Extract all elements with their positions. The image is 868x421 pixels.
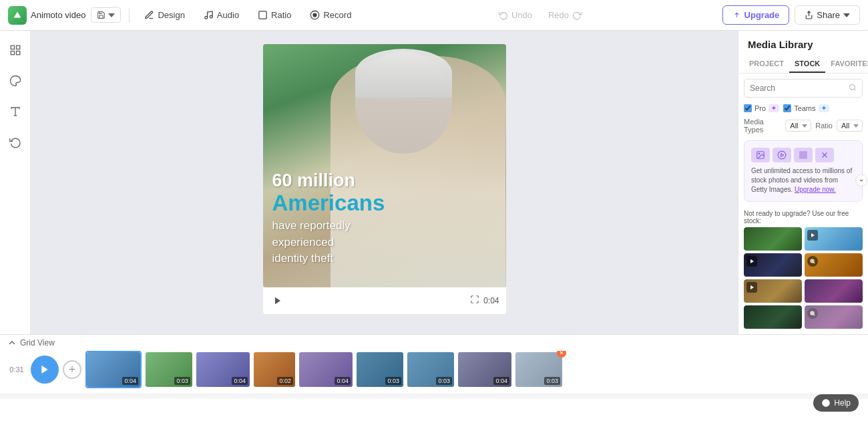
help-label: Help bbox=[834, 398, 851, 408]
stock-item-4[interactable] bbox=[805, 253, 863, 277]
timeline-content: 0:31 + 0:04 0:03 0:04 0:02 0:04 bbox=[0, 351, 868, 394]
stock-zoom-icon-8 bbox=[807, 308, 818, 319]
stock-item-2[interactable] bbox=[805, 227, 863, 251]
svg-point-14 bbox=[850, 85, 855, 90]
undo-button[interactable]: Undo bbox=[492, 7, 539, 23]
media-type-select[interactable]: All bbox=[785, 120, 811, 132]
upgrade-icon-2 bbox=[773, 148, 791, 162]
logo[interactable]: Animoto video bbox=[8, 6, 85, 25]
stock-play-icon-5 bbox=[746, 282, 757, 293]
clip-7[interactable]: 0:03 bbox=[407, 352, 454, 387]
redo-label: Redo bbox=[548, 10, 569, 20]
timeline-scrollbar[interactable] bbox=[0, 394, 868, 399]
pro-checkbox[interactable] bbox=[744, 104, 752, 112]
clip-8-duration: 0:04 bbox=[493, 377, 509, 385]
rotate-tool-button[interactable] bbox=[4, 131, 27, 154]
pro-filter[interactable]: Pro ✦ bbox=[744, 104, 779, 112]
stock-item-5[interactable] bbox=[744, 279, 802, 303]
audio-button[interactable]: Audio bbox=[197, 7, 246, 23]
collapse-arrow-button[interactable] bbox=[855, 174, 867, 186]
ratio-label: Ratio bbox=[271, 10, 291, 20]
stock-thumb-6 bbox=[805, 279, 863, 303]
svg-marker-23 bbox=[811, 233, 815, 237]
main-content: 60 million Americans have reportedlyexpe… bbox=[0, 31, 868, 334]
video-frame: 60 million Americans have reportedlyexpe… bbox=[263, 44, 506, 287]
grid-view-label[interactable]: Grid View bbox=[20, 338, 55, 347]
record-button[interactable]: Record bbox=[303, 7, 358, 23]
stock-item-3[interactable] bbox=[744, 253, 802, 277]
stock-item-1[interactable] bbox=[744, 227, 802, 251]
clip-5-duration: 0:04 bbox=[335, 377, 351, 385]
topbar: Animoto video Design Audio Ratio Record … bbox=[0, 0, 868, 31]
clip-9-delete-badge[interactable]: × bbox=[557, 351, 566, 358]
topbar-center: Undo Redo bbox=[363, 7, 716, 23]
stock-zoom-icon-4 bbox=[807, 256, 818, 267]
stock-thumb-1 bbox=[744, 227, 802, 251]
stock-item-6[interactable] bbox=[805, 279, 863, 303]
stock-grid bbox=[738, 227, 868, 334]
svg-line-31 bbox=[814, 315, 815, 316]
search-input[interactable] bbox=[750, 84, 849, 93]
svg-marker-13 bbox=[274, 297, 280, 305]
help-button[interactable]: Help bbox=[813, 394, 859, 412]
svg-rect-2 bbox=[259, 11, 266, 19]
svg-line-15 bbox=[854, 89, 855, 90]
clip-7-duration: 0:03 bbox=[436, 377, 452, 385]
clip-4[interactable]: 0:02 bbox=[254, 352, 295, 387]
stock-play-icon-2 bbox=[807, 230, 818, 241]
text-tool-button[interactable] bbox=[4, 100, 27, 123]
save-button[interactable] bbox=[91, 7, 121, 23]
clip-3[interactable]: 0:04 bbox=[196, 352, 250, 387]
record-label: Record bbox=[323, 10, 351, 20]
upgrade-icon-3 bbox=[794, 148, 813, 162]
topbar-right: Upgrade Share bbox=[722, 5, 860, 25]
clip-4-duration: 0:02 bbox=[277, 377, 293, 385]
ratio-button[interactable]: Ratio bbox=[251, 7, 298, 23]
type-ratio-filters: Media Types All Ratio All bbox=[738, 115, 868, 136]
upgrade-button[interactable]: Upgrade bbox=[722, 5, 790, 25]
stock-thumb-7 bbox=[744, 305, 802, 329]
upgrade-icon-1 bbox=[751, 148, 770, 162]
stock-thumb-3 bbox=[744, 253, 802, 277]
stock-item-8[interactable] bbox=[805, 305, 863, 329]
clip-1[interactable]: 0:04 bbox=[85, 351, 142, 388]
upgrade-card: Get unlimited access to millions of stoc… bbox=[744, 140, 863, 202]
clip-6[interactable]: 0:03 bbox=[357, 352, 403, 387]
design-button[interactable]: Design bbox=[138, 7, 191, 23]
tab-favorites[interactable]: FAVORITES bbox=[825, 55, 868, 73]
video-text-line2: Americans bbox=[272, 191, 497, 215]
teams-label: Teams bbox=[794, 104, 815, 112]
svg-marker-19 bbox=[781, 154, 784, 157]
time-display: 0:04 bbox=[483, 296, 499, 305]
add-clip-button[interactable]: + bbox=[63, 360, 81, 379]
teams-checkbox[interactable] bbox=[783, 104, 791, 112]
clip-5[interactable]: 0:04 bbox=[299, 352, 353, 387]
color-tool-button[interactable] bbox=[4, 69, 27, 92]
timeline-counter: 0:31 bbox=[7, 366, 27, 374]
video-text-line1: 60 million bbox=[272, 170, 497, 191]
play-control-button[interactable] bbox=[270, 293, 286, 309]
grid-tool-button[interactable] bbox=[4, 39, 27, 61]
clip-8[interactable]: 0:04 bbox=[458, 352, 511, 387]
timeline-play-button[interactable] bbox=[31, 356, 59, 384]
upgrade-icon-4 bbox=[815, 148, 834, 162]
teams-filter[interactable]: Teams ✦ bbox=[783, 104, 829, 112]
fullscreen-icon[interactable] bbox=[470, 295, 479, 307]
teams-badge: ✦ bbox=[819, 104, 829, 112]
svg-point-18 bbox=[778, 151, 786, 159]
redo-button[interactable]: Redo bbox=[541, 7, 588, 23]
upgrade-link[interactable]: Upgrade now. bbox=[795, 186, 836, 193]
media-types-label: Media Types bbox=[744, 118, 781, 134]
stock-item-7[interactable] bbox=[744, 305, 802, 329]
tab-project[interactable]: PROJECT bbox=[744, 55, 789, 73]
clip-2[interactable]: 0:03 bbox=[146, 352, 192, 387]
svg-marker-34 bbox=[41, 366, 47, 374]
share-button[interactable]: Share bbox=[795, 5, 860, 25]
ratio-select[interactable]: All bbox=[837, 120, 863, 132]
svg-rect-9 bbox=[11, 51, 14, 55]
media-search-container bbox=[744, 79, 863, 98]
tab-stock[interactable]: STOCK bbox=[789, 55, 825, 73]
svg-point-0 bbox=[205, 16, 208, 19]
timeline-panel: Grid View 0:31 + 0:04 0:03 0:04 0:02 bbox=[0, 334, 868, 421]
clip-9[interactable]: 0:03 × bbox=[515, 352, 562, 387]
